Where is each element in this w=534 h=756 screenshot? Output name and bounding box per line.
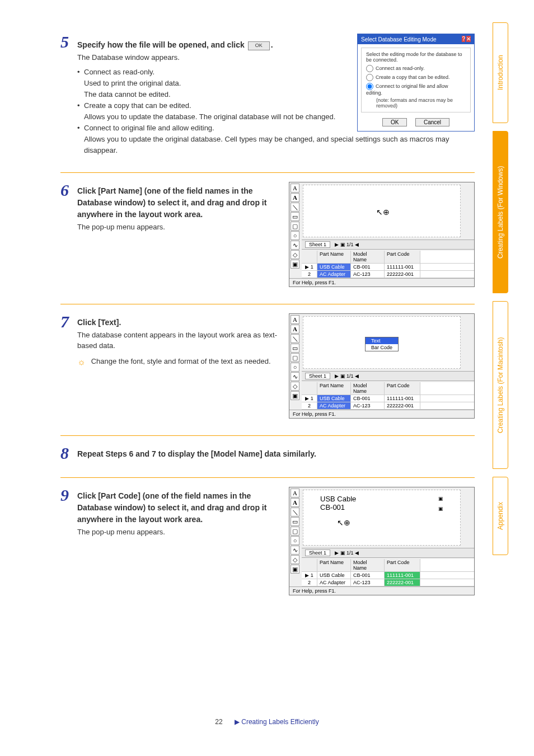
col-part-code[interactable]: Part Code (385, 251, 420, 263)
step5-li3a: Allows you to update the original databa… (84, 134, 475, 156)
tool-palette: A A ＼ ▭ ▢ ○ ∿ ◇ ▣ (291, 184, 301, 269)
step5-p1: The Database window appears. (77, 52, 284, 63)
step5-li1a: Used to print the original data. (84, 78, 475, 89)
tool-shape-icon[interactable]: ◇ (291, 382, 299, 391)
label-text-line1: USB Cable (320, 495, 356, 503)
page-indicator: 1/1 (346, 550, 354, 556)
tool-a1-icon[interactable]: A (291, 315, 299, 324)
handle-icon: ▣ (438, 506, 443, 511)
tool-line-icon[interactable]: ＼ (291, 334, 299, 343)
tool-a2-icon[interactable]: A (291, 193, 299, 202)
status-bar: For Help, press F1. (289, 586, 474, 595)
breadcrumb-arrow-icon: ▶ (235, 718, 240, 726)
step5-li3: Connect to original file and allow editi… (84, 124, 214, 132)
status-bar: For Help, press F1. (289, 410, 474, 418)
tool-round-icon[interactable]: ▢ (291, 527, 299, 536)
tool-a2-icon[interactable]: A (291, 325, 299, 334)
database-grid[interactable]: Part Name Model Name Part Code ▶ 1 USB C… (302, 559, 474, 586)
layout-canvas[interactable]: USB Cable CB-001 ↖⊕ ▣ ▣ (303, 490, 461, 546)
context-menu[interactable]: Text Bar Code (365, 337, 399, 351)
layout-canvas[interactable]: ↖⊕ (303, 185, 461, 237)
col-model-name[interactable]: Model Name (351, 251, 385, 263)
screenshot-step6: A A ＼ ▭ ▢ ○ ∿ ◇ ▣ ↖⊕ Sheet 1 ▶ ▣ 1/1 ◀ (289, 182, 475, 287)
main-content: Select Database Editing Mode ?✕ Select t… (60, 34, 475, 620)
step7-heading: Click [Text]. (77, 317, 284, 328)
close-button[interactable]: ✕ (466, 36, 471, 42)
step5-li2a: Allows you to update the database. The o… (84, 111, 475, 123)
step6-p1: The pop-up menu appears. (77, 222, 284, 233)
divider (60, 304, 475, 304)
label-text-line2: CB-001 (320, 503, 356, 511)
handle-icon: ▣ (438, 496, 443, 501)
ok-button-inline: OK (248, 41, 270, 50)
database-grid[interactable]: Part Name Model Name Part Code ▶ 1 USB C… (302, 382, 474, 410)
drag-cursor-icon: ↖⊕ (337, 518, 350, 527)
tool-round-icon[interactable]: ▢ (291, 353, 299, 362)
tool-curve-icon[interactable]: ∿ (291, 241, 299, 250)
divider (60, 477, 475, 478)
tab-creating-labels-windows[interactable]: Creating Labels (For Windows) (493, 131, 508, 293)
tool-line-icon[interactable]: ＼ (291, 203, 299, 212)
sheet-tab[interactable]: Sheet 1 (305, 550, 330, 556)
sheet-tab[interactable]: Sheet 1 (305, 241, 330, 248)
tool-a1-icon[interactable]: A (291, 489, 299, 497)
step-number-8: 8 (60, 445, 77, 462)
tool-frame-icon[interactable]: ▣ (291, 565, 299, 574)
page-indicator: 1/1 (346, 373, 354, 379)
tool-rect-icon[interactable]: ▭ (291, 344, 299, 353)
tool-a1-icon[interactable]: A (291, 184, 299, 192)
step7-p1: The database content appears in the layo… (77, 330, 284, 351)
help-button[interactable]: ? (462, 36, 465, 42)
tool-curve-icon[interactable]: ∿ (291, 372, 299, 381)
step-number-9: 9 (60, 487, 77, 538)
layout-canvas[interactable]: Text Bar Code (303, 316, 461, 369)
menu-barcode[interactable]: Bar Code (366, 344, 398, 351)
dialog-title: Select Database Editing Mode (361, 36, 437, 43)
tool-palette: A A ＼ ▭ ▢ ○ ∿ ◇ ▣ (291, 489, 301, 574)
step6-heading: Click [Part Name] (one of the field name… (77, 185, 284, 220)
tool-rect-icon[interactable]: ▭ (291, 212, 299, 221)
drag-cursor-icon: ↖⊕ (376, 208, 390, 217)
status-bar: For Help, press F1. (289, 278, 474, 287)
tool-ellipse-icon[interactable]: ○ (291, 363, 299, 372)
tool-round-icon[interactable]: ▢ (291, 222, 299, 231)
step9-p1: The pop-up menu appears. (77, 527, 284, 538)
step-number-7: 7 (60, 313, 77, 367)
step5-heading: Specify how the file will be opened, and… (77, 39, 284, 51)
step5-li2: Create a copy that can be edited. (84, 101, 191, 110)
page-number: 22 (215, 718, 222, 726)
tool-shape-icon[interactable]: ◇ (291, 250, 299, 259)
tab-appendix[interactable]: Appendix (493, 477, 508, 555)
divider (60, 172, 475, 173)
tool-ellipse-icon[interactable]: ○ (291, 231, 299, 240)
divider (60, 435, 475, 436)
tool-rect-icon[interactable]: ▭ (291, 517, 299, 526)
step5-li1b: The data cannot be edited. (84, 89, 475, 100)
step7-tip: Change the font, style and format of the… (91, 357, 271, 365)
menu-text[interactable]: Text (366, 337, 398, 344)
tool-frame-icon[interactable]: ▣ (291, 391, 299, 400)
sheet-tab[interactable]: Sheet 1 (305, 373, 330, 379)
tip-icon: ☼ (77, 357, 86, 367)
step-number-6: 6 (60, 182, 77, 233)
tool-frame-icon[interactable]: ▣ (291, 260, 299, 269)
tab-introduction[interactable]: Introduction (493, 22, 508, 123)
tool-shape-icon[interactable]: ◇ (291, 555, 299, 564)
dialog-legend: Select the editing mode for the database… (366, 51, 466, 63)
tool-curve-icon[interactable]: ∿ (291, 546, 299, 555)
database-grid[interactable]: Part Name Model Name Part Code ▶ 1 USB C… (302, 251, 474, 278)
screenshot-step7: A A ＼ ▭ ▢ ○ ∿ ◇ ▣ Text Bar Code (289, 313, 475, 419)
tool-a2-icon[interactable]: A (291, 498, 299, 507)
step9-heading: Click [Part Code] (one of the field name… (77, 490, 284, 525)
tab-creating-labels-macintosh[interactable]: Creating Labels (For Macintosh) (493, 301, 508, 469)
footer-crumb[interactable]: Creating Labels Efficiently (241, 718, 319, 726)
tool-line-icon[interactable]: ＼ (291, 508, 299, 516)
step5-li1: Connect as read-only. (84, 68, 154, 76)
tool-ellipse-icon[interactable]: ○ (291, 536, 299, 545)
screenshot-step9: A A ＼ ▭ ▢ ○ ∿ ◇ ▣ USB Cable CB-001 ↖⊕ (289, 487, 475, 595)
side-tabs: Introduction Creating Labels (For Window… (493, 22, 513, 563)
page-indicator: 1/1 (346, 242, 354, 247)
step8-heading: Repeat Steps 6 and 7 to display the [Mod… (77, 448, 475, 460)
step-number-5: 5 (60, 34, 77, 157)
col-part-name[interactable]: Part Name (317, 251, 351, 263)
